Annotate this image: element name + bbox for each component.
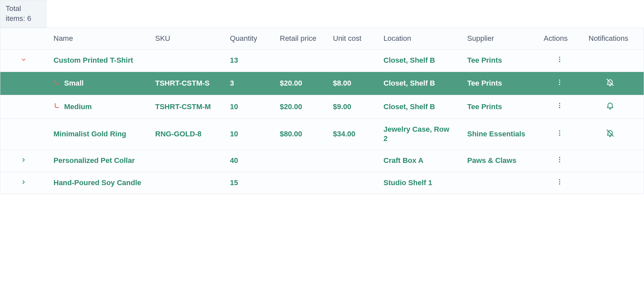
unit-cost-cell	[326, 155, 377, 167]
quantity-value: 10	[230, 103, 238, 111]
name-cell[interactable]: Medium	[47, 96, 149, 118]
quantity-value: 13	[230, 56, 238, 64]
sku-cell	[149, 55, 223, 67]
notifications-cell	[582, 72, 638, 95]
retail-price-cell	[273, 155, 326, 167]
chevron-right-icon[interactable]	[21, 156, 27, 166]
unit-cost-cell	[326, 55, 377, 67]
location-value: Craft Box A	[383, 156, 423, 165]
svg-point-12	[559, 134, 560, 136]
quantity-cell: 3	[223, 73, 273, 94]
bell-off-icon[interactable]	[606, 78, 614, 89]
inventory-table: Name SKU Quantity Retail price Unit cost…	[0, 28, 644, 194]
actions-cell	[537, 50, 582, 72]
notifications-cell	[582, 95, 638, 118]
sku-value: TSHRT-CSTM-S	[155, 79, 210, 87]
table-row[interactable]: Hand-Poured Soy Candle15Studio Shelf 1	[0, 172, 644, 194]
col-sku[interactable]: SKU	[149, 28, 223, 49]
bell-icon[interactable]	[606, 101, 614, 112]
table-header-row: Name SKU Quantity Retail price Unit cost…	[0, 28, 644, 50]
location-value: Closet, Shelf B	[383, 79, 435, 87]
location-value: Studio Shelf 1	[383, 178, 432, 187]
col-supplier[interactable]: Supplier	[461, 28, 537, 49]
retail-price-cell	[273, 55, 326, 67]
unit-cost-value: $34.00	[333, 130, 355, 138]
child-arrow-icon	[54, 79, 60, 88]
notifications-cell	[582, 55, 638, 67]
svg-point-10	[559, 130, 560, 131]
expand-cell[interactable]	[0, 172, 47, 194]
bell-off-icon[interactable]	[606, 129, 614, 140]
notifications-cell	[582, 123, 638, 146]
table-row[interactable]: Minimalist Gold RingRNG-GOLD-810$80.00$3…	[0, 119, 644, 150]
more-actions-icon[interactable]	[556, 102, 563, 112]
product-name: Hand-Poured Soy Candle	[54, 178, 141, 187]
more-actions-icon[interactable]	[556, 129, 563, 139]
more-actions-icon[interactable]	[556, 56, 563, 66]
col-retail-price[interactable]: Retail price	[273, 28, 326, 49]
svg-point-7	[559, 103, 560, 104]
product-name: Personalized Pet Collar	[54, 156, 135, 165]
actions-cell	[537, 172, 582, 194]
expand-cell	[0, 77, 47, 89]
sku-cell: TSHRT-CSTM-S	[149, 73, 223, 94]
quantity-value: 15	[230, 178, 238, 187]
svg-point-9	[559, 107, 560, 108]
svg-point-1	[559, 59, 560, 60]
supplier-cell: Paws & Claws	[461, 150, 537, 172]
svg-point-14	[559, 157, 560, 158]
location-value: Closet, Shelf B	[383, 103, 435, 111]
unit-cost-cell: $9.00	[326, 96, 377, 118]
actions-cell	[537, 150, 582, 172]
unit-cost-cell: $34.00	[326, 123, 377, 145]
retail-price-value: $20.00	[280, 103, 302, 111]
table-row[interactable]: Personalized Pet Collar40Craft Box APaws…	[0, 150, 644, 172]
child-arrow-icon	[54, 102, 60, 112]
location-cell: Studio Shelf 1	[377, 172, 461, 194]
name-cell[interactable]: Custom Printed T-Shirt	[47, 50, 149, 71]
retail-price-cell: $20.00	[273, 96, 326, 118]
col-location[interactable]: Location	[377, 28, 461, 49]
chevron-down-icon[interactable]	[21, 56, 27, 65]
sku-cell	[149, 177, 223, 189]
unit-cost-cell	[326, 177, 377, 189]
supplier-value: Tee Prints	[467, 103, 502, 111]
notifications-cell	[582, 177, 638, 189]
expand-cell[interactable]	[0, 50, 47, 71]
quantity-cell: 13	[223, 50, 273, 71]
svg-point-18	[559, 181, 560, 182]
col-quantity[interactable]: Quantity	[223, 28, 273, 49]
retail-price-cell: $80.00	[273, 123, 326, 145]
col-notifications: Notifications	[582, 28, 638, 49]
sku-value: TSHRT-CSTM-M	[155, 103, 211, 111]
svg-point-5	[559, 84, 560, 85]
name-cell[interactable]: Personalized Pet Collar	[47, 150, 149, 172]
retail-price-cell	[273, 177, 326, 189]
svg-point-19	[559, 183, 560, 184]
name-cell[interactable]: Hand-Poured Soy Candle	[47, 172, 149, 194]
quantity-value: 3	[230, 79, 234, 87]
col-actions: Actions	[537, 28, 582, 49]
more-actions-icon[interactable]	[556, 178, 563, 188]
table-row[interactable]: Custom Printed T-Shirt13Closet, Shelf BT…	[0, 50, 644, 72]
product-name: Small	[64, 79, 84, 88]
more-actions-icon[interactable]	[556, 79, 563, 89]
supplier-value: Paws & Claws	[467, 156, 516, 165]
location-cell: Closet, Shelf B	[377, 96, 461, 118]
name-cell[interactable]: Minimalist Gold Ring	[47, 123, 149, 145]
name-cell[interactable]: Small	[47, 73, 149, 94]
total-items-badge: Total items: 6	[0, 0, 47, 28]
expand-cell[interactable]	[0, 150, 47, 172]
svg-point-15	[559, 159, 560, 160]
svg-point-16	[559, 161, 560, 163]
quantity-value: 10	[230, 130, 238, 138]
retail-price-cell: $20.00	[273, 73, 326, 94]
table-row[interactable]: Medium TSHRT-CSTM-M10$20.00$9.00Closet, …	[0, 95, 644, 119]
col-unit-cost[interactable]: Unit cost	[326, 28, 377, 49]
chevron-right-icon[interactable]	[21, 178, 27, 188]
supplier-cell: Tee Prints	[461, 50, 537, 71]
more-actions-icon[interactable]	[556, 156, 563, 166]
table-row[interactable]: Small TSHRT-CSTM-S3$20.00$8.00Closet, Sh…	[0, 72, 644, 96]
product-name: Medium	[64, 102, 92, 112]
col-name[interactable]: Name	[47, 28, 149, 49]
